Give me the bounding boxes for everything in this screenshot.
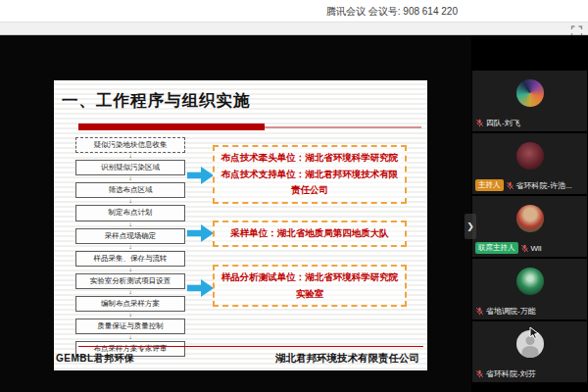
- participant-label: 省环科院-刘芬: [475, 368, 586, 379]
- mouse-cursor-icon: [529, 326, 541, 344]
- meeting-window: 腾讯会议 会议号: 908 614 220 一、工作程序与组织实施 疑似污染地块…: [0, 0, 588, 392]
- arrow-down-icon: ↓: [75, 175, 185, 182]
- participant-name: 四队-刘飞: [486, 118, 520, 128]
- screen-share-stage: 一、工作程序与组织实施 疑似污染地块信息收集 ↓ 识别疑似污染区域 ↓ 筛选布点…: [0, 35, 588, 392]
- footer-company-name: 湖北君邦环境技术有限责任公司: [275, 352, 419, 366]
- video-tile[interactable]: 四队-刘飞: [472, 71, 587, 131]
- video-tile[interactable]: 省地调院-万能: [472, 259, 587, 319]
- sub-toolbar: [0, 22, 588, 35]
- info-line: 布点技术支持单位：湖北君邦环境技术有限: [217, 167, 403, 183]
- avatar: [516, 79, 544, 107]
- title-underline-bar: [78, 123, 265, 130]
- mic-muted-icon: [506, 181, 514, 190]
- video-tile[interactable]: 联席主持人 Wll: [472, 196, 587, 257]
- participant-name: Wll: [531, 244, 542, 253]
- participant-name: 省环科院-许浩...: [516, 180, 572, 191]
- arrow-down-icon: ↓: [75, 312, 185, 318]
- presentation-slide: 一、工作程序与组织实施 疑似污染地块信息收集 ↓ 识别疑似污染区域 ↓ 筛选布点…: [54, 80, 427, 370]
- arrow-down-icon: ↓: [75, 289, 185, 296]
- info-box-analysis-unit: 样品分析测试单位：湖北省环境科学研究院 实验室: [213, 265, 407, 307]
- strip-collapse-chevron-icon[interactable]: ❯: [465, 214, 476, 239]
- arrow-right-icon: [187, 167, 214, 184]
- avatar: [516, 205, 544, 232]
- title-bar: 腾讯会议 会议号: 908 614 220: [0, 0, 588, 22]
- mic-muted-icon: [475, 307, 484, 316]
- info-box-layout-units: 布点技术牵头单位：湖北省环境科学研究院 布点技术支持单位：湖北君邦环境技术有限 …: [213, 145, 407, 204]
- mic-muted-icon: [475, 369, 484, 378]
- participant-name: 省环科院-刘芬: [486, 368, 536, 379]
- info-line: 样品分析测试单位：湖北省环境科学研究院: [217, 270, 403, 286]
- arrow-down-icon: ↓: [75, 221, 185, 228]
- meeting-title: 腾讯会议 会议号: 908 614 220: [326, 5, 458, 19]
- flow-step: 采样点现场确定: [75, 228, 185, 244]
- avatar: [516, 142, 544, 170]
- flowchart: 疑似污染地块信息收集 ↓ 识别疑似污染区域 ↓ 筛选布点区域 ↓ 制定布点计划 …: [75, 137, 185, 357]
- fullscreen-icon[interactable]: [570, 24, 583, 35]
- flow-step: 筛选布点区域: [75, 182, 185, 198]
- video-tile[interactable]: 主持人 省环科院-许浩...: [472, 133, 587, 194]
- info-line: 采样单位：湖北省地质局第四地质大队: [217, 225, 403, 242]
- arrow-down-icon: ↓: [75, 198, 185, 205]
- host-badge: 主持人: [475, 179, 504, 191]
- arrow-right-icon: [187, 279, 214, 297]
- footer-divider: [78, 346, 423, 347]
- arrow-down-icon: ↓: [75, 153, 185, 160]
- company-logo: GEMBL君邦环保: [56, 352, 135, 366]
- info-line: 布点技术牵头单位：湖北省环境科学研究院: [217, 150, 403, 167]
- flow-step: 实验室分析测试项目设置: [75, 273, 185, 289]
- arrow-down-icon: ↓: [75, 334, 185, 341]
- arrow-right-icon: [187, 224, 214, 242]
- participant-name: 省地调院-万能: [486, 306, 536, 317]
- arrow-down-icon: ↓: [75, 244, 185, 251]
- avatar: [516, 268, 544, 295]
- flow-step: 制定布点计划: [75, 205, 185, 220]
- flow-step: 样品采集、保存与流转: [75, 251, 185, 267]
- slide-title: 一、工作程序与组织实施: [62, 90, 251, 112]
- flow-step: 疑似污染地块信息收集: [75, 137, 185, 153]
- participant-label: 主持人 省环科院-许浩...: [475, 179, 586, 191]
- participant-label: 省地调院-万能: [475, 306, 586, 317]
- flow-step: 识别疑似污染区域: [75, 160, 185, 175]
- arrow-down-icon: ↓: [75, 267, 185, 273]
- cohost-badge: 联席主持人: [475, 242, 518, 254]
- info-line: 责任公司: [217, 182, 403, 199]
- mic-muted-icon: [475, 119, 484, 127]
- mic-muted-icon: [520, 244, 529, 253]
- info-line: 实验室: [217, 286, 403, 303]
- flow-step: 质量保证与质量控制: [75, 318, 185, 334]
- info-box-sampling-unit: 采样单位：湖北省地质局第四地质大队: [213, 220, 407, 247]
- participant-label: 联席主持人 Wll: [475, 242, 586, 254]
- flow-step: 编制布点采样方案: [75, 296, 185, 312]
- participant-label: 四队-刘飞: [475, 118, 586, 128]
